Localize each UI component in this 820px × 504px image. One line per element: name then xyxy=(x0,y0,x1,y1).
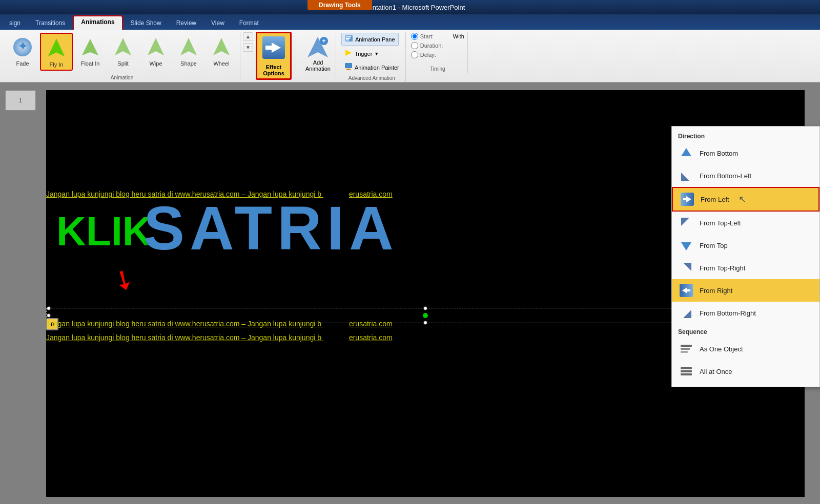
as-one-object-item[interactable]: As One Object xyxy=(672,338,819,360)
svg-rect-33 xyxy=(681,351,688,353)
svg-rect-20 xyxy=(346,69,351,70)
sequence-section-label: Sequence xyxy=(672,326,819,338)
as-one-object-label: As One Object xyxy=(700,345,743,353)
timing-duration-radio[interactable] xyxy=(411,42,418,49)
from-bottom-right-item[interactable]: From Bottom-Right xyxy=(672,302,819,324)
from-bottom-left-label: From Bottom-Left xyxy=(700,172,751,180)
shape-button[interactable]: Shape xyxy=(173,33,204,69)
from-top-item[interactable]: From Top xyxy=(672,234,819,257)
svg-marker-22 xyxy=(681,173,689,181)
from-top-right-item[interactable]: From Top-Right xyxy=(672,257,819,279)
tab-format[interactable]: Format xyxy=(232,17,266,30)
svg-marker-5 xyxy=(115,38,131,55)
split-label: Split xyxy=(117,60,128,67)
all-at-once-label: All at Once xyxy=(700,368,732,375)
animation-painter-icon xyxy=(344,62,353,72)
split-icon xyxy=(111,35,135,59)
animation-pane-button[interactable]: Animation Pane xyxy=(341,33,399,46)
tab-slideshow[interactable]: Slide Show xyxy=(124,17,169,30)
wipe-icon xyxy=(144,35,168,59)
svg-marker-30 xyxy=(683,310,691,318)
animation-group-label: Animation xyxy=(111,73,133,80)
trigger-icon xyxy=(344,49,353,58)
from-left-arrow-icon xyxy=(679,191,695,207)
svg-marker-18 xyxy=(345,50,352,56)
from-right-label: From Right xyxy=(700,287,732,295)
title-bar: Presentation1 - Microsoft PowerPoint xyxy=(0,0,820,14)
from-top-right-arrow-icon xyxy=(678,260,694,276)
timing-duration-row: Duration: xyxy=(411,42,464,49)
scroll-up-btn[interactable]: ▲ xyxy=(243,32,253,41)
from-top-left-label: From Top-Left xyxy=(700,219,741,227)
effect-options-button[interactable]: Effect Options xyxy=(256,32,292,80)
advanced-controls: Animation Pane Trigger ▼ Animation Paint… xyxy=(341,33,402,73)
tab-sign[interactable]: sign xyxy=(2,17,28,30)
wipe-button[interactable]: Wipe xyxy=(140,33,171,69)
tab-animations[interactable]: Animations xyxy=(73,15,122,30)
trigger-button[interactable]: Trigger ▼ xyxy=(341,48,382,59)
svg-rect-34 xyxy=(681,367,692,369)
slide-thumb-1[interactable]: 1 xyxy=(5,90,36,111)
sel-dot-green xyxy=(423,313,428,318)
from-top-label: From Top xyxy=(700,242,728,249)
timing-start-value: With xyxy=(453,33,464,39)
direction-section-label: Direction xyxy=(672,131,819,142)
float-in-label: Float In xyxy=(81,60,100,67)
from-top-left-arrow-icon xyxy=(678,215,694,231)
from-bottom-right-label: From Bottom-Right xyxy=(700,309,756,317)
shape-label: Shape xyxy=(180,60,197,67)
tab-view[interactable]: View xyxy=(204,17,232,30)
sel-dot-ml xyxy=(47,313,51,318)
svg-rect-17 xyxy=(346,39,349,40)
add-animation-label: Add Animation xyxy=(305,59,331,72)
drawing-tools-label: Drawing Tools xyxy=(319,2,361,9)
scroll-down-btn[interactable]: ▼ xyxy=(243,43,253,52)
main-area: 1 Jangan lupa kunjungi blog heru satria … xyxy=(0,82,820,504)
svg-rect-31 xyxy=(681,345,692,347)
split-button[interactable]: Split xyxy=(108,33,138,69)
from-top-right-label: From Top-Right xyxy=(700,264,745,272)
ribbon: ✦ Fade Fly In Float In xyxy=(0,30,820,82)
from-top-arrow-icon xyxy=(678,237,694,254)
sel-dot-tl xyxy=(47,306,51,310)
from-left-item[interactable]: From Left ↖ xyxy=(672,187,819,212)
from-right-arrow-icon xyxy=(678,282,694,299)
advanced-group-label: Advanced Animation xyxy=(348,73,395,81)
add-animation-button[interactable]: + Add Animation xyxy=(303,33,333,74)
timing-start-label: Start: xyxy=(420,33,451,39)
fade-button[interactable]: ✦ Fade xyxy=(7,33,38,69)
slide-numbers: 1 xyxy=(5,82,41,504)
fade-icon: ✦ xyxy=(10,35,35,59)
fly-in-icon xyxy=(44,36,69,60)
all-at-once-icon xyxy=(678,363,694,380)
all-at-once-item[interactable]: All at Once xyxy=(672,360,819,383)
add-animation-icon: + xyxy=(305,35,330,59)
tab-review[interactable]: Review xyxy=(169,17,203,30)
animation-pane-label: Animation Pane xyxy=(355,36,395,43)
timing-start-row: Start: With xyxy=(411,33,464,40)
float-in-button[interactable]: Float In xyxy=(75,33,106,69)
svg-marker-4 xyxy=(82,39,98,55)
sel-dot-tm xyxy=(423,306,427,310)
from-bottom-item[interactable]: From Bottom xyxy=(672,142,819,164)
tab-transitions[interactable]: Transitions xyxy=(28,17,72,30)
timing-group-label: Timing xyxy=(430,64,445,72)
svg-rect-16 xyxy=(346,38,350,39)
svg-text:✦: ✦ xyxy=(18,40,27,53)
timing-delay-radio[interactable] xyxy=(411,51,418,58)
from-bottom-left-item[interactable]: From Bottom-Left xyxy=(672,164,819,187)
fly-in-button[interactable]: Fly In xyxy=(40,33,73,71)
timing-start-radio[interactable] xyxy=(411,33,418,40)
float-in-icon xyxy=(78,35,102,59)
animation-painter-button[interactable]: Animation Painter xyxy=(341,61,402,73)
shape-icon xyxy=(176,35,201,59)
from-top-left-item[interactable]: From Top-Left xyxy=(672,212,819,234)
svg-text:+: + xyxy=(322,37,326,45)
trigger-label: Trigger xyxy=(355,51,372,57)
effect-options-group: Effect Options xyxy=(256,32,296,82)
svg-marker-8 xyxy=(213,38,230,55)
wheel-label: Wheel xyxy=(213,60,229,67)
wheel-button[interactable]: Wheel xyxy=(206,33,237,69)
dropdown-menu: Direction From Bottom From Bottom-Left xyxy=(671,126,820,387)
from-right-item[interactable]: From Right xyxy=(672,279,819,302)
